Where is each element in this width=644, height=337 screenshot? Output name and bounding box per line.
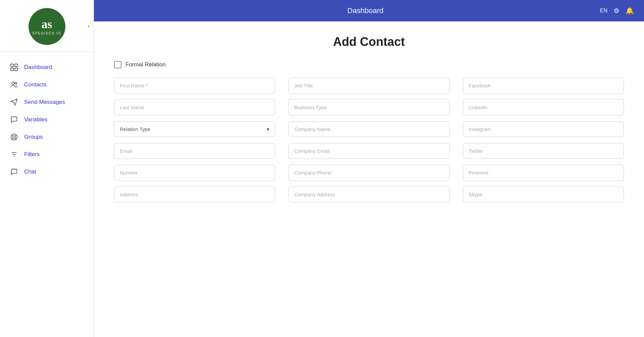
- business-type-input[interactable]: [288, 99, 449, 115]
- groups-icon: [10, 133, 18, 141]
- logo-letters: as: [41, 18, 52, 30]
- sidebar-label-variables: Variables: [24, 116, 48, 123]
- sidebar-item-send-messages[interactable]: Send Messages: [0, 93, 94, 111]
- job-title-input[interactable]: [288, 78, 449, 93]
- formal-relation-checkbox[interactable]: [114, 61, 121, 68]
- variables-icon: [10, 116, 18, 124]
- contacts-icon: [10, 81, 18, 89]
- settings-icon[interactable]: ⚙: [613, 7, 620, 15]
- chat-icon: [10, 168, 18, 176]
- company-address-input[interactable]: [288, 187, 449, 202]
- sidebar-label-send-messages: Send Messages: [24, 99, 65, 106]
- main-wrapper: Dashboard EN ⚙ 🔔 Add Contact Formal Rela…: [94, 0, 644, 337]
- svg-point-8: [13, 136, 15, 138]
- instagram-input[interactable]: [463, 121, 624, 137]
- facebook-input[interactable]: [463, 78, 624, 93]
- sidebar-label-dashboard: Dashboard: [24, 64, 52, 71]
- content-area: Add Contact Formal Relation Relation Typ…: [94, 21, 644, 337]
- svg-marker-6: [11, 99, 17, 105]
- sidebar-item-variables[interactable]: Variables: [0, 111, 94, 128]
- sidebar-item-chat[interactable]: Chat: [0, 163, 94, 181]
- twitter-input[interactable]: [463, 143, 624, 159]
- svg-line-12: [12, 138, 13, 139]
- address-input[interactable]: [114, 187, 275, 202]
- svg-point-5: [15, 82, 17, 84]
- sidebar-item-dashboard[interactable]: Dashboard: [0, 59, 94, 76]
- svg-line-9: [12, 135, 13, 136]
- header-title: Dashboard: [347, 6, 384, 15]
- formal-relation-row: Formal Relation: [114, 61, 624, 68]
- sidebar-label-groups: Groups: [24, 134, 43, 140]
- logo-subtitle: SPEDISCO.IO: [32, 31, 61, 35]
- email-input[interactable]: [114, 143, 275, 159]
- svg-line-11: [15, 135, 16, 136]
- collapse-button[interactable]: ‹: [88, 22, 90, 29]
- formal-relation-label: Formal Relation: [125, 61, 166, 68]
- sidebar: as SPEDISCO.IO ‹ Dashboard: [0, 0, 94, 337]
- sidebar-item-filters[interactable]: Filters: [0, 146, 94, 163]
- logo: as SPEDISCO.IO: [29, 8, 65, 45]
- svg-line-10: [15, 138, 16, 139]
- header: Dashboard EN ⚙ 🔔: [94, 0, 644, 21]
- sidebar-label-chat: Chat: [24, 168, 36, 175]
- logo-area: as SPEDISCO.IO ‹: [0, 0, 94, 52]
- sidebar-label-filters: Filters: [24, 151, 40, 158]
- svg-rect-0: [11, 64, 13, 67]
- company-name-input[interactable]: [288, 121, 449, 137]
- nav-menu: Dashboard Contacts Send Messages: [0, 52, 94, 187]
- sidebar-item-groups[interactable]: Groups: [0, 128, 94, 146]
- add-contact-form: Relation Type Friend Family Colleague Cl…: [114, 78, 624, 202]
- language-selector[interactable]: EN: [600, 8, 607, 14]
- sidebar-label-contacts: Contacts: [24, 81, 47, 88]
- number-input[interactable]: [114, 165, 275, 181]
- dashboard-icon: [10, 63, 18, 71]
- svg-rect-1: [15, 64, 17, 67]
- first-name-input[interactable]: [114, 78, 275, 93]
- company-email-input[interactable]: [288, 143, 449, 159]
- svg-rect-3: [15, 68, 17, 71]
- sidebar-item-contacts[interactable]: Contacts: [0, 76, 94, 93]
- svg-rect-2: [11, 68, 13, 71]
- page-title: Add Contact: [114, 35, 624, 49]
- svg-point-4: [12, 82, 14, 84]
- notification-icon[interactable]: 🔔: [626, 7, 634, 15]
- send-icon: [10, 98, 18, 106]
- filters-icon: [10, 150, 18, 158]
- skype-input[interactable]: [463, 187, 624, 202]
- relation-type-select[interactable]: Relation Type Friend Family Colleague Cl…: [114, 121, 275, 137]
- linkedin-input[interactable]: [463, 99, 624, 115]
- relation-type-wrapper: Relation Type Friend Family Colleague Cl…: [114, 121, 275, 137]
- company-phone-input[interactable]: [288, 165, 449, 181]
- header-actions: EN ⚙ 🔔: [600, 7, 634, 15]
- last-name-input[interactable]: [114, 99, 275, 115]
- pinterest-input[interactable]: [463, 165, 624, 181]
